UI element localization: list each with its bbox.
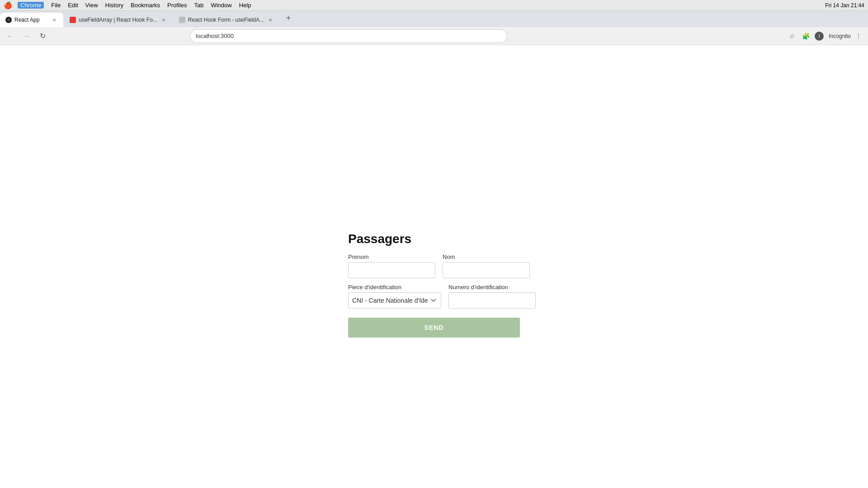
prenom-input[interactable]	[348, 262, 435, 278]
apple-menu-icon[interactable]: 🍎	[4, 1, 12, 9]
menu-edit[interactable]: Edit	[68, 2, 78, 9]
back-button[interactable]: ←	[4, 30, 16, 42]
menu-window[interactable]: Window	[211, 2, 231, 9]
tab-close-1[interactable]: ✕	[51, 16, 58, 23]
react-favicon-tab1: ⚛	[5, 17, 12, 23]
prenom-label: Prenom	[348, 253, 435, 260]
menu-profiles[interactable]: Profiles	[167, 2, 187, 9]
menu-history[interactable]: History	[105, 2, 123, 9]
menu-items: Chrome File Edit View History Bookmarks …	[18, 2, 251, 9]
browser-frame: ⚛ React App ✕ useFieldArray | React Hook…	[0, 11, 868, 45]
nom-group: Nom	[443, 253, 530, 278]
form-row-1: Prenom Nom	[348, 253, 520, 278]
tab-react-app[interactable]: ⚛ React App ✕	[0, 13, 63, 27]
reload-button[interactable]: ↻	[36, 30, 49, 42]
send-button[interactable]: SEND	[348, 318, 520, 338]
toolbar-right: ☆ 🧩 I Incognito ⋮	[786, 30, 864, 42]
tab-bar: ⚛ React App ✕ useFieldArray | React Hook…	[0, 11, 868, 27]
form-title: Passagers	[348, 232, 520, 246]
address-bar: ← → ↻ ☆ 🧩 I Incognito ⋮	[0, 27, 868, 45]
passagers-form: Passagers Prenom Nom Piece d'identificat…	[348, 232, 520, 338]
tab-title-3: React Hook Form - useFieldA...	[188, 17, 264, 23]
nom-label: Nom	[443, 253, 530, 260]
datetime-display: Fri 14 Jan 21:44	[825, 2, 864, 9]
favicon-tab3	[179, 17, 185, 23]
menu-chrome[interactable]: Chrome	[18, 2, 44, 9]
forward-button[interactable]: →	[20, 30, 33, 42]
menu-help[interactable]: Help	[239, 2, 251, 9]
menu-tab[interactable]: Tab	[194, 2, 203, 9]
bookmark-icon[interactable]: ☆	[786, 30, 798, 42]
address-input[interactable]	[190, 30, 507, 42]
numero-identification-input[interactable]	[448, 292, 536, 309]
incognito-avatar: I	[815, 32, 824, 41]
favicon-tab2	[70, 17, 76, 23]
tab-close-2[interactable]: ✕	[160, 16, 167, 23]
form-row-2: Piece d'identification CNI - Carte Natio…	[348, 284, 520, 309]
page-content: Passagers Prenom Nom Piece d'identificat…	[0, 45, 868, 488]
piece-identification-select[interactable]: CNI - Carte Nationale d'Ide Passeport Pe…	[348, 292, 441, 309]
prenom-group: Prenom	[348, 253, 435, 278]
incognito-label: Incognito	[829, 33, 851, 39]
menu-dots-icon[interactable]: ⋮	[853, 30, 864, 42]
tab-usefieldarray[interactable]: useFieldArray | React Hook Fo... ✕	[64, 13, 173, 27]
menu-view[interactable]: View	[85, 2, 98, 9]
numero-identification-label: Numero d'identification	[448, 284, 536, 291]
piece-identification-group: Piece d'identification CNI - Carte Natio…	[348, 284, 441, 309]
menu-bookmarks[interactable]: Bookmarks	[131, 2, 160, 9]
tab-title-2: useFieldArray | React Hook Fo...	[79, 17, 157, 23]
menu-file[interactable]: File	[51, 2, 61, 9]
nom-input[interactable]	[443, 262, 530, 278]
extensions-icon[interactable]: 🧩	[800, 30, 811, 42]
new-tab-button[interactable]: +	[282, 12, 295, 24]
numero-identification-group: Numero d'identification	[448, 284, 536, 309]
macos-menubar: 🍎 Chrome File Edit View History Bookmark…	[0, 0, 868, 11]
tab-close-3[interactable]: ✕	[267, 16, 274, 23]
piece-identification-label: Piece d'identification	[348, 284, 441, 291]
profile-icon[interactable]: I	[813, 30, 825, 42]
tab-reacthookform[interactable]: React Hook Form - useFieldA... ✕	[174, 13, 279, 27]
tab-title-1: React App	[14, 17, 48, 23]
